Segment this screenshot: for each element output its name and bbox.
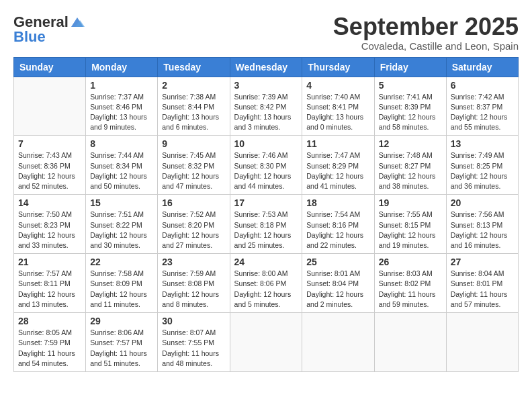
page-header: General Blue September 2025 Covaleda, Ca… bbox=[13, 13, 519, 52]
day-info: Sunrise: 7:59 AMSunset: 8:08 PMDaylight:… bbox=[162, 269, 225, 310]
day-info: Sunrise: 7:44 AMSunset: 8:34 PMDaylight:… bbox=[90, 150, 153, 191]
day-number: 25 bbox=[306, 257, 369, 267]
calendar-cell: 9Sunrise: 7:45 AMSunset: 8:32 PMDaylight… bbox=[158, 136, 230, 195]
day-number: 13 bbox=[451, 138, 514, 149]
day-number: 28 bbox=[18, 316, 81, 326]
month-title: September 2025 bbox=[333, 13, 519, 40]
day-info: Sunrise: 7:51 AMSunset: 8:22 PMDaylight:… bbox=[90, 210, 153, 250]
header-thursday: Thursday bbox=[302, 57, 374, 77]
day-number: 29 bbox=[90, 316, 153, 326]
day-info: Sunrise: 8:04 AMSunset: 8:01 PMDaylight:… bbox=[451, 269, 514, 310]
calendar-cell: 7Sunrise: 7:43 AMSunset: 8:36 PMDaylight… bbox=[14, 136, 86, 195]
day-info: Sunrise: 8:07 AMSunset: 7:55 PMDaylight:… bbox=[162, 328, 225, 369]
calendar-cell: 11Sunrise: 7:47 AMSunset: 8:29 PMDayligh… bbox=[302, 136, 374, 195]
calendar-cell: 30Sunrise: 8:07 AMSunset: 7:55 PMDayligh… bbox=[158, 313, 230, 372]
day-info: Sunrise: 7:46 AMSunset: 8:30 PMDaylight:… bbox=[234, 150, 298, 191]
day-number: 15 bbox=[90, 197, 153, 208]
calendar-cell: 23Sunrise: 7:59 AMSunset: 8:08 PMDayligh… bbox=[158, 254, 230, 313]
calendar-table: SundayMondayTuesdayWednesdayThursdayFrid… bbox=[13, 57, 519, 372]
day-number: 30 bbox=[162, 316, 225, 326]
calendar-cell: 20Sunrise: 7:56 AMSunset: 8:13 PMDayligh… bbox=[446, 195, 518, 254]
day-number: 14 bbox=[18, 197, 81, 208]
day-info: Sunrise: 7:43 AMSunset: 8:36 PMDaylight:… bbox=[18, 150, 81, 191]
calendar-cell bbox=[374, 313, 446, 372]
calendar-week-row: 21Sunrise: 7:57 AMSunset: 8:11 PMDayligh… bbox=[14, 254, 519, 313]
day-number: 3 bbox=[234, 80, 298, 91]
header-monday: Monday bbox=[86, 57, 158, 77]
calendar-cell: 19Sunrise: 7:55 AMSunset: 8:15 PMDayligh… bbox=[374, 195, 446, 254]
day-number: 12 bbox=[379, 138, 442, 149]
calendar-week-row: 1Sunrise: 7:37 AMSunset: 8:46 PMDaylight… bbox=[14, 77, 519, 136]
location-subtitle: Covaleda, Castille and Leon, Spain bbox=[333, 40, 519, 52]
header-saturday: Saturday bbox=[446, 57, 518, 77]
calendar-cell: 5Sunrise: 7:41 AMSunset: 8:39 PMDaylight… bbox=[374, 77, 446, 136]
calendar-cell: 16Sunrise: 7:52 AMSunset: 8:20 PMDayligh… bbox=[158, 195, 230, 254]
day-number: 16 bbox=[162, 197, 225, 208]
calendar-cell: 13Sunrise: 7:49 AMSunset: 8:25 PMDayligh… bbox=[446, 136, 518, 195]
day-number: 21 bbox=[18, 257, 81, 267]
day-number: 26 bbox=[379, 257, 442, 267]
day-info: Sunrise: 7:54 AMSunset: 8:16 PMDaylight:… bbox=[306, 210, 369, 250]
day-info: Sunrise: 8:01 AMSunset: 8:04 PMDaylight:… bbox=[306, 269, 369, 310]
calendar-cell: 14Sunrise: 7:50 AMSunset: 8:23 PMDayligh… bbox=[14, 195, 86, 254]
header-sunday: Sunday bbox=[14, 57, 86, 77]
calendar-cell: 1Sunrise: 7:37 AMSunset: 8:46 PMDaylight… bbox=[86, 77, 158, 136]
day-info: Sunrise: 7:37 AMSunset: 8:46 PMDaylight:… bbox=[90, 92, 153, 133]
calendar-header-row: SundayMondayTuesdayWednesdayThursdayFrid… bbox=[14, 57, 519, 77]
day-info: Sunrise: 7:40 AMSunset: 8:41 PMDaylight:… bbox=[306, 92, 369, 133]
day-info: Sunrise: 8:06 AMSunset: 7:57 PMDaylight:… bbox=[90, 328, 153, 369]
calendar-cell: 26Sunrise: 8:03 AMSunset: 8:02 PMDayligh… bbox=[374, 254, 446, 313]
day-info: Sunrise: 7:55 AMSunset: 8:15 PMDaylight:… bbox=[379, 210, 442, 250]
day-info: Sunrise: 8:05 AMSunset: 7:59 PMDaylight:… bbox=[18, 328, 81, 369]
day-number: 9 bbox=[162, 138, 225, 149]
day-number: 22 bbox=[90, 257, 153, 267]
day-number: 4 bbox=[306, 80, 369, 91]
day-number: 8 bbox=[90, 138, 153, 149]
calendar-cell: 15Sunrise: 7:51 AMSunset: 8:22 PMDayligh… bbox=[86, 195, 158, 254]
day-number: 24 bbox=[234, 257, 298, 267]
calendar-cell bbox=[446, 313, 518, 372]
day-number: 11 bbox=[306, 138, 369, 149]
day-info: Sunrise: 7:41 AMSunset: 8:39 PMDaylight:… bbox=[379, 92, 442, 133]
calendar-cell: 17Sunrise: 7:53 AMSunset: 8:18 PMDayligh… bbox=[230, 195, 302, 254]
calendar-cell: 18Sunrise: 7:54 AMSunset: 8:16 PMDayligh… bbox=[302, 195, 374, 254]
calendar-cell: 29Sunrise: 8:06 AMSunset: 7:57 PMDayligh… bbox=[86, 313, 158, 372]
day-info: Sunrise: 7:57 AMSunset: 8:11 PMDaylight:… bbox=[18, 269, 81, 310]
day-number: 23 bbox=[162, 257, 225, 267]
day-info: Sunrise: 7:49 AMSunset: 8:25 PMDaylight:… bbox=[451, 150, 514, 191]
day-number: 17 bbox=[234, 197, 298, 208]
logo-blue-text: Blue bbox=[13, 28, 46, 46]
logo-icon bbox=[70, 16, 85, 28]
day-info: Sunrise: 7:38 AMSunset: 8:44 PMDaylight:… bbox=[162, 92, 225, 133]
title-block: September 2025 Covaleda, Castille and Le… bbox=[333, 13, 519, 52]
day-number: 19 bbox=[379, 197, 442, 208]
calendar-cell: 25Sunrise: 8:01 AMSunset: 8:04 PMDayligh… bbox=[302, 254, 374, 313]
calendar-cell: 24Sunrise: 8:00 AMSunset: 8:06 PMDayligh… bbox=[230, 254, 302, 313]
day-number: 1 bbox=[90, 80, 153, 91]
header-wednesday: Wednesday bbox=[230, 57, 302, 77]
calendar-cell: 22Sunrise: 7:58 AMSunset: 8:09 PMDayligh… bbox=[86, 254, 158, 313]
calendar-week-row: 14Sunrise: 7:50 AMSunset: 8:23 PMDayligh… bbox=[14, 195, 519, 254]
calendar-cell: 28Sunrise: 8:05 AMSunset: 7:59 PMDayligh… bbox=[14, 313, 86, 372]
calendar-week-row: 7Sunrise: 7:43 AMSunset: 8:36 PMDaylight… bbox=[14, 136, 519, 195]
day-info: Sunrise: 7:50 AMSunset: 8:23 PMDaylight:… bbox=[18, 210, 81, 250]
day-number: 2 bbox=[162, 80, 225, 91]
calendar-cell: 21Sunrise: 7:57 AMSunset: 8:11 PMDayligh… bbox=[14, 254, 86, 313]
day-info: Sunrise: 7:47 AMSunset: 8:29 PMDaylight:… bbox=[306, 150, 369, 191]
day-info: Sunrise: 7:53 AMSunset: 8:18 PMDaylight:… bbox=[234, 210, 298, 250]
day-info: Sunrise: 7:42 AMSunset: 8:37 PMDaylight:… bbox=[451, 92, 514, 133]
day-number: 20 bbox=[451, 197, 514, 208]
calendar-week-row: 28Sunrise: 8:05 AMSunset: 7:59 PMDayligh… bbox=[14, 313, 519, 372]
header-tuesday: Tuesday bbox=[158, 57, 230, 77]
day-info: Sunrise: 7:48 AMSunset: 8:27 PMDaylight:… bbox=[379, 150, 442, 191]
day-number: 10 bbox=[234, 138, 298, 149]
calendar-cell bbox=[302, 313, 374, 372]
calendar-cell: 10Sunrise: 7:46 AMSunset: 8:30 PMDayligh… bbox=[230, 136, 302, 195]
day-info: Sunrise: 7:58 AMSunset: 8:09 PMDaylight:… bbox=[90, 269, 153, 310]
calendar-cell: 8Sunrise: 7:44 AMSunset: 8:34 PMDaylight… bbox=[86, 136, 158, 195]
calendar-cell: 6Sunrise: 7:42 AMSunset: 8:37 PMDaylight… bbox=[446, 77, 518, 136]
day-info: Sunrise: 7:56 AMSunset: 8:13 PMDaylight:… bbox=[451, 210, 514, 250]
day-info: Sunrise: 7:39 AMSunset: 8:42 PMDaylight:… bbox=[234, 92, 298, 133]
day-info: Sunrise: 7:52 AMSunset: 8:20 PMDaylight:… bbox=[162, 210, 225, 250]
day-info: Sunrise: 7:45 AMSunset: 8:32 PMDaylight:… bbox=[162, 150, 225, 191]
